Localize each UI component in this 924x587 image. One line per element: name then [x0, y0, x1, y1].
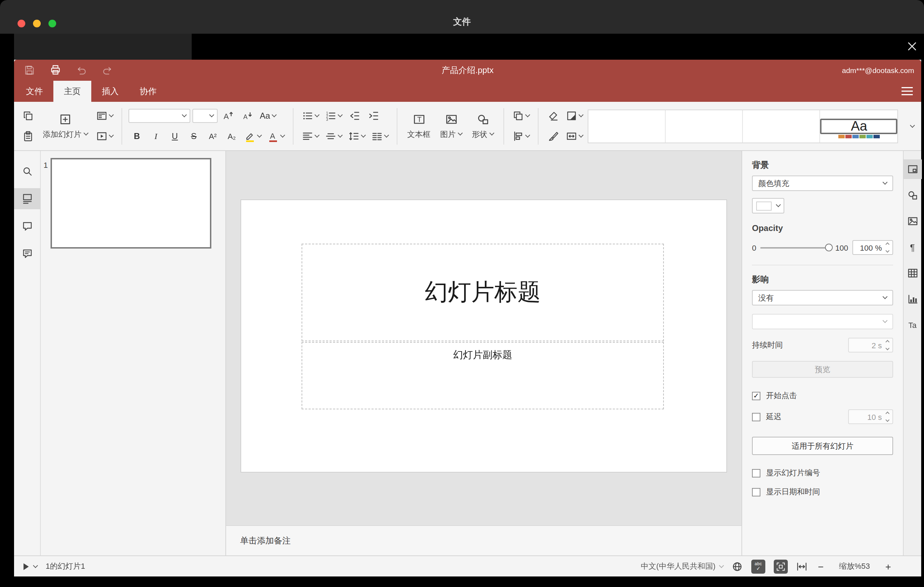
- decrease-indent-button[interactable]: [346, 108, 363, 124]
- superscript-button[interactable]: A²: [204, 129, 221, 144]
- fill-color-select[interactable]: [752, 198, 784, 213]
- image-icon: [445, 113, 457, 125]
- vertical-align-button[interactable]: [323, 129, 344, 144]
- horizontal-align-button[interactable]: [300, 129, 321, 144]
- align-shape-button[interactable]: [510, 129, 531, 144]
- fit-width-button[interactable]: [796, 561, 807, 572]
- slides-panel-button[interactable]: [14, 188, 40, 209]
- delay-checkbox[interactable]: [752, 412, 761, 421]
- preview-button[interactable]: 预览: [752, 361, 893, 378]
- tab-insert[interactable]: 插入: [91, 81, 129, 102]
- slide-subtitle-placeholder[interactable]: 幻灯片副标题: [302, 342, 664, 409]
- comments-panel-button[interactable]: [14, 216, 40, 237]
- undo-button[interactable]: [74, 63, 89, 77]
- image-settings-tab[interactable]: [903, 211, 922, 231]
- insert-shape-button[interactable]: 形状: [468, 106, 497, 147]
- numbering-button[interactable]: 123: [323, 108, 344, 124]
- change-case-button[interactable]: Aa: [258, 108, 278, 124]
- show-date-time-checkbox[interactable]: [752, 488, 761, 496]
- fill-type-select[interactable]: 颜色填充: [752, 176, 893, 191]
- theme-option-2[interactable]: [666, 110, 743, 142]
- chart-settings-tab[interactable]: [903, 289, 922, 309]
- paragraph-settings-tab[interactable]: ¶: [903, 237, 922, 257]
- zoom-in-button[interactable]: +: [883, 561, 893, 572]
- effect-type-select[interactable]: [752, 314, 893, 329]
- copy-style-button[interactable]: [545, 129, 562, 144]
- paste-button[interactable]: [20, 129, 36, 144]
- notes-area[interactable]: 单击添加备注: [226, 525, 741, 556]
- delay-input[interactable]: 10 s: [848, 409, 893, 424]
- tab-home[interactable]: 主页: [53, 81, 91, 102]
- highlight-color-button[interactable]: [242, 129, 263, 144]
- redo-button[interactable]: [101, 63, 114, 77]
- opacity-slider[interactable]: [761, 247, 831, 248]
- spinner-arrows[interactable]: [884, 412, 890, 421]
- table-settings-tab[interactable]: [903, 263, 922, 283]
- apply-to-all-button[interactable]: 适用于所有幻灯片: [752, 437, 893, 455]
- opacity-slider-knob[interactable]: [825, 243, 832, 251]
- zoom-value: 缩放%53: [834, 561, 875, 572]
- slide-settings-tab[interactable]: [903, 159, 922, 179]
- insert-textbox-button[interactable]: T 文本框: [404, 106, 434, 147]
- status-left: 1的幻灯片1: [21, 561, 85, 572]
- font-color-button[interactable]: A: [266, 129, 287, 144]
- bold-button[interactable]: B: [129, 129, 145, 144]
- opacity-input[interactable]: 100 %: [852, 240, 893, 255]
- add-slide-button[interactable]: 添加幻灯片: [39, 106, 91, 147]
- fill-color-button[interactable]: [564, 108, 585, 124]
- theme-option-3[interactable]: [743, 110, 820, 142]
- italic-button[interactable]: I: [147, 129, 164, 144]
- slide-title-placeholder[interactable]: 幻灯片标题: [302, 244, 664, 341]
- set-language-button[interactable]: [732, 561, 743, 572]
- font-name-select[interactable]: [129, 109, 190, 123]
- undo-icon: [76, 64, 87, 76]
- start-slideshow-status-button[interactable]: [21, 561, 37, 571]
- start-slideshow-button[interactable]: [94, 129, 115, 144]
- subscript-label: A₂: [228, 132, 236, 140]
- increase-font-button[interactable]: A: [220, 108, 237, 124]
- subscript-button[interactable]: A₂: [223, 129, 240, 144]
- theme-option-selected[interactable]: Aa: [820, 118, 897, 134]
- tab-collaboration[interactable]: 协作: [129, 81, 167, 102]
- opacity-value: 100 %: [860, 243, 882, 252]
- view-settings-button[interactable]: [901, 81, 913, 102]
- slide-thumbnail[interactable]: [51, 158, 211, 249]
- fit-slide-button[interactable]: [774, 559, 788, 573]
- increase-indent-button[interactable]: [365, 108, 382, 124]
- arrange-shape-button[interactable]: [510, 108, 531, 124]
- decrease-font-button[interactable]: A: [239, 108, 256, 124]
- spinner-arrows[interactable]: [884, 243, 890, 252]
- language-select[interactable]: 中文(中华人民共和国): [641, 561, 723, 572]
- slide-size-button[interactable]: [564, 129, 585, 144]
- duration-input[interactable]: 2 s: [848, 338, 893, 353]
- slide[interactable]: 幻灯片标题 幻灯片副标题: [241, 200, 726, 472]
- save-button[interactable]: [23, 63, 36, 77]
- show-slide-number-checkbox[interactable]: [752, 469, 761, 477]
- check-mark: ✓: [753, 392, 759, 399]
- search-panel-button[interactable]: [14, 161, 40, 182]
- delay-label: 延迟: [766, 411, 782, 422]
- spinner-arrows[interactable]: [884, 341, 890, 350]
- clear-style-button[interactable]: [545, 108, 562, 124]
- shape-settings-tab[interactable]: [903, 185, 922, 205]
- font-size-select[interactable]: [192, 109, 218, 123]
- bullets-button[interactable]: [300, 108, 321, 124]
- line-spacing-button[interactable]: [346, 129, 367, 144]
- theme-option-1[interactable]: [588, 110, 666, 142]
- dialog-close-button[interactable]: [904, 39, 920, 54]
- columns-button[interactable]: [369, 129, 390, 144]
- spellcheck-button[interactable]: abc ✓: [751, 559, 765, 573]
- slide-layout-button[interactable]: [94, 108, 115, 124]
- insert-image-button[interactable]: 图片: [437, 106, 465, 147]
- strikeout-button[interactable]: S: [185, 129, 202, 144]
- theme-gallery-more-button[interactable]: [904, 109, 920, 143]
- effect-select[interactable]: 没有: [752, 290, 893, 305]
- print-button[interactable]: [48, 63, 63, 77]
- zoom-out-button[interactable]: −: [816, 561, 826, 572]
- underline-button[interactable]: U: [167, 129, 183, 144]
- textart-settings-tab[interactable]: Ta: [903, 315, 922, 335]
- copy-button[interactable]: [20, 108, 36, 124]
- feedback-panel-button[interactable]: [14, 243, 40, 264]
- start-on-click-checkbox[interactable]: ✓: [752, 391, 761, 400]
- tab-file[interactable]: 文件: [15, 81, 53, 102]
